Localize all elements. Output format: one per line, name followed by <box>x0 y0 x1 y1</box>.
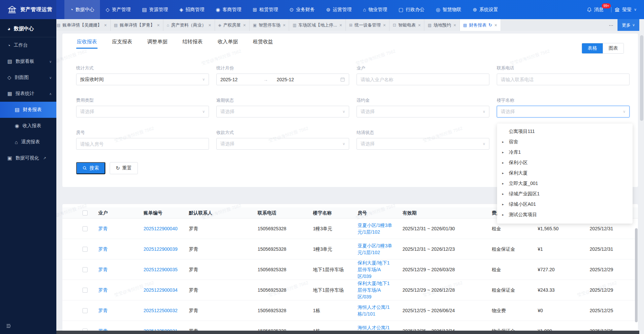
report-tab-2[interactable]: 调整单据 <box>147 34 168 50</box>
nav-item-asset-management[interactable]: ◇资产管理 <box>100 0 137 19</box>
filter-select[interactable]: 请选择∨ <box>497 106 630 117</box>
dropdown-option-8[interactable]: ▸测试公寓项目 <box>497 209 633 220</box>
report-tab-3[interactable]: 结转报表 <box>182 34 203 50</box>
cell-link[interactable]: 罗青 <box>93 287 138 293</box>
expand-arrow-icon[interactable]: ▸ <box>502 140 509 144</box>
expand-arrow-icon[interactable]: ▸ <box>502 182 509 185</box>
expand-arrow-icon[interactable]: ▸ <box>502 213 509 217</box>
dropdown-option-1[interactable]: ▸宿舍 <box>497 137 633 147</box>
expand-arrow-icon[interactable]: ▸ <box>502 161 509 164</box>
cell-link[interactable]: 2025122900040 <box>138 225 183 232</box>
sidebar-item-report-statistics[interactable]: ▦报表统计∧ <box>0 86 56 102</box>
nav-item-merchant-management[interactable]: ◉客商管理 <box>210 0 247 19</box>
row-checkbox[interactable] <box>83 247 88 252</box>
close-icon[interactable]: × <box>157 22 160 28</box>
cell-link[interactable]: 罗青 <box>93 246 138 252</box>
nav-item-property-management[interactable]: ⌂物业管理 <box>357 0 393 19</box>
dropdown-option-3[interactable]: ▸保利小区 <box>497 157 633 168</box>
workspace-tab-4[interactable]: ▣智慧停车场× <box>250 19 289 31</box>
filter-daterange[interactable]: 2025-12→2025-12 <box>216 74 349 85</box>
user-menu[interactable]: 莹莹 ∨ <box>614 7 637 13</box>
filter-select[interactable]: 请选择∨ <box>216 106 349 117</box>
sidebar-collapse-button[interactable] <box>5 323 11 330</box>
report-tab-1[interactable]: 应支报表 <box>111 34 133 50</box>
expand-arrow-icon[interactable]: ▸ <box>502 192 509 196</box>
row-checkbox[interactable] <box>83 226 88 231</box>
horizontal-scrollbar[interactable] <box>56 331 639 334</box>
search-button[interactable]: 搜索 <box>76 162 105 174</box>
messages-button[interactable]: 消息 99+ <box>587 7 608 13</box>
workspace-tab-2[interactable]: ⌂房产资料（商业）× <box>163 19 215 31</box>
filter-text-input[interactable] <box>497 74 630 85</box>
dropdown-option-2[interactable]: ▸冷库1 <box>497 147 633 157</box>
table-scrollbar-thumb[interactable] <box>635 228 638 322</box>
filter-select[interactable]: 请选择∨ <box>357 138 489 150</box>
filter-select[interactable]: 请选择∨ <box>76 106 209 117</box>
close-icon[interactable]: × <box>283 22 285 28</box>
sidebar-subitem-checkout-report[interactable]: ⌂退房报表 <box>0 134 56 150</box>
sidebar-item-section-view[interactable]: ◇剖面图∨ <box>0 69 56 86</box>
filter-select[interactable]: 请选择∨ <box>216 138 349 150</box>
cell-link[interactable]: 保利大厦/地下1层停车场/A区/039 <box>352 280 397 300</box>
reset-button[interactable]: ↻ 重置 <box>110 162 138 174</box>
nav-item-operation-management[interactable]: ⊚运营管理 <box>321 0 358 19</box>
cell-link[interactable]: 保利大厦/地下1层停车场/A区/039 <box>352 259 397 280</box>
close-icon[interactable]: × <box>494 22 497 28</box>
cell-link[interactable]: 2025122900034 <box>138 287 183 293</box>
workspace-tab-9[interactable]: ▤财务报表↻× <box>460 19 500 31</box>
workspace-tab-8[interactable]: ▧场地预约× <box>424 19 460 31</box>
select-all-checkbox[interactable] <box>83 210 88 216</box>
nav-item-admin-office[interactable]: ▢行政办公 <box>393 0 430 19</box>
close-icon[interactable]: × <box>418 22 421 28</box>
nav-item-system-settings[interactable]: ⊛系统设置 <box>467 0 504 19</box>
cell-link[interactable]: 罗青 <box>93 225 138 232</box>
page-scrollbar[interactable] <box>639 19 644 334</box>
view-toggle-option-1[interactable]: 图表 <box>603 43 624 53</box>
sidebar-subitem-income-report[interactable]: ◉收入报表 <box>0 118 56 134</box>
dropdown-option-4[interactable]: ▸保利大厦 <box>497 168 633 178</box>
row-checkbox[interactable] <box>83 267 88 272</box>
close-icon[interactable]: × <box>243 22 246 28</box>
cell-link[interactable]: 罗青 <box>93 307 138 314</box>
nav-item-lease-management[interactable]: ⊞租赁管理 <box>247 0 284 19</box>
view-toggle-option-0[interactable]: 表格 <box>582 43 603 53</box>
filter-select[interactable]: 按应收时间∨ <box>76 74 209 85</box>
row-checkbox[interactable] <box>83 288 88 293</box>
sidebar-item-data-dashboard[interactable]: ▧数据看板∨ <box>0 53 56 69</box>
expand-arrow-icon[interactable]: ▸ <box>502 150 509 154</box>
workspace-tab-6[interactable]: ⊞统一设备管理× <box>346 19 389 31</box>
row-checkbox[interactable] <box>83 308 88 313</box>
cell-link[interactable]: 亚夏小区/1幢3单元/1层/102 <box>352 242 397 256</box>
page-scrollbar-thumb[interactable] <box>640 35 643 121</box>
report-tab-0[interactable]: 应收报表 <box>76 34 98 50</box>
workspace-tab-0[interactable]: ▤账单详情【吴姗姗】× <box>56 19 111 31</box>
cell-link[interactable]: 2025122900039 <box>138 246 183 252</box>
filter-text-input[interactable] <box>76 138 209 150</box>
workspace-tab-7[interactable]: ⊡智能电表× <box>389 19 424 31</box>
expand-arrow-icon[interactable]: ▸ <box>502 171 509 175</box>
close-icon[interactable]: × <box>339 22 342 28</box>
dropdown-option-5[interactable]: ▸立即大厦_001 <box>497 178 633 189</box>
close-icon[interactable]: × <box>104 22 107 28</box>
cell-link[interactable]: 罗青 <box>93 266 138 273</box>
workspace-tab-3[interactable]: ◈产权房屋× <box>215 19 250 31</box>
nav-item-data-center[interactable]: ◔数据中心 <box>64 0 100 19</box>
dropdown-option-6[interactable]: ▸绿城产业园区1 <box>497 189 633 199</box>
more-tabs-button[interactable]: 更多∨ <box>618 19 639 31</box>
workspace-tab-1[interactable]: ▤账单详情【罗青】× <box>111 19 164 31</box>
sidebar-item-data-visualization[interactable]: ▣数据可视化↗ <box>0 150 56 166</box>
cell-link[interactable]: 亚夏小区/1幢3单元/1层/102 <box>352 222 397 235</box>
cell-link[interactable]: 2025122500032 <box>138 307 183 314</box>
cell-link[interactable]: 海恒人才公寓/1栋/1/101 <box>352 304 397 317</box>
nav-item-smart-iot[interactable]: ◎智慧物联 <box>430 0 467 19</box>
expand-arrow-icon[interactable]: ▸ <box>502 202 509 206</box>
nav-item-business-finance[interactable]: ⊙业务财务 <box>284 0 321 19</box>
report-tab-5[interactable]: 租赁收益 <box>252 34 274 50</box>
close-icon[interactable]: × <box>208 22 211 28</box>
refresh-icon[interactable]: ↻ <box>488 22 492 28</box>
close-icon[interactable]: × <box>383 22 386 28</box>
nav-item-investment-management[interactable]: ◈招商管理 <box>174 0 210 19</box>
report-tab-4[interactable]: 收入单据 <box>217 34 238 50</box>
sidebar-subitem-finance-report[interactable]: ▤财务报表 <box>0 102 56 118</box>
filter-select[interactable]: 请选择∨ <box>357 106 489 117</box>
